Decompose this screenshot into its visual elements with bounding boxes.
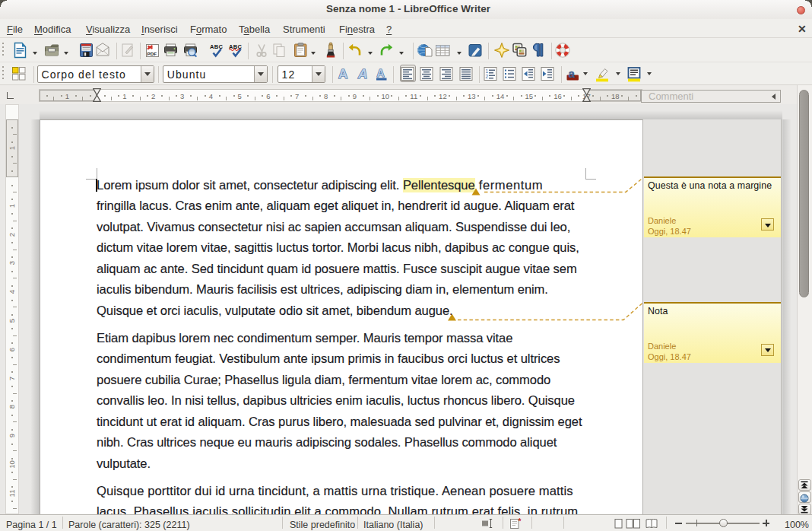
- svg-text:A: A: [338, 67, 347, 81]
- svg-text:*: *: [519, 518, 522, 526]
- svg-text:PDF: PDF: [147, 51, 157, 56]
- svg-text:1: 1: [486, 68, 489, 74]
- svg-text:2: 2: [486, 74, 489, 79]
- svg-text:A: A: [376, 67, 384, 79]
- svg-text:A: A: [357, 67, 367, 81]
- svg-text:a: a: [568, 67, 575, 80]
